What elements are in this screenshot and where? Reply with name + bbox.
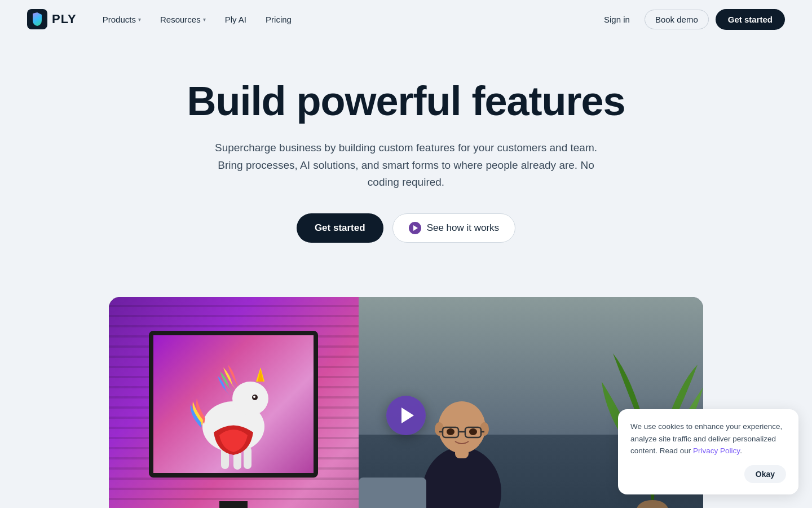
navbar: PLY Products ▾ Resources ▾ Ply AI Pricin… [0, 0, 812, 38]
logo-icon [27, 9, 47, 29]
play-button[interactable] [386, 396, 426, 435]
hero-buttons: Get started See how it works [123, 213, 689, 243]
unicorn-image [177, 336, 290, 472]
hero-section: Build powerful features Supercharge busi… [96, 38, 716, 297]
cookie-okay-button[interactable]: Okay [744, 465, 786, 483]
get-started-nav-button[interactable]: Get started [716, 9, 785, 30]
video-left-panel: 🍎 [109, 297, 359, 508]
nav-links: Products ▾ Resources ▾ Ply AI Pricing [95, 10, 596, 29]
get-started-hero-button[interactable]: Get started [297, 213, 383, 243]
nav-resources[interactable]: Resources ▾ [152, 10, 214, 29]
svg-point-2 [232, 382, 268, 415]
svg-point-21 [469, 428, 477, 435]
nav-ply-ai[interactable]: Ply AI [217, 10, 254, 29]
see-how-button[interactable]: See how it works [392, 213, 516, 243]
signin-button[interactable]: Sign in [596, 10, 638, 29]
chevron-down-icon: ▾ [203, 16, 206, 23]
svg-point-6 [253, 396, 255, 398]
nav-actions: Sign in Book demo Get started [596, 9, 785, 30]
play-icon [409, 222, 421, 234]
logo-text: PLY [52, 12, 77, 27]
chevron-down-icon: ▾ [138, 16, 141, 23]
nav-products[interactable]: Products ▾ [95, 10, 149, 29]
cookie-banner: We use cookies to enhance your experienc… [618, 409, 798, 494]
hero-title: Build powerful features [123, 79, 689, 124]
video-wrapper: 🍎 [109, 297, 703, 508]
cookie-text: We use cookies to enhance your experienc… [630, 421, 786, 457]
cookie-actions: Okay [630, 465, 786, 483]
book-demo-button[interactable]: Book demo [645, 10, 709, 29]
privacy-policy-link[interactable]: Privacy Policy [693, 446, 740, 455]
svg-point-20 [447, 428, 454, 435]
logo-link[interactable]: PLY [27, 9, 77, 29]
hero-subtitle: Supercharge business by building custom … [209, 139, 603, 191]
nav-pricing[interactable]: Pricing [258, 10, 299, 29]
